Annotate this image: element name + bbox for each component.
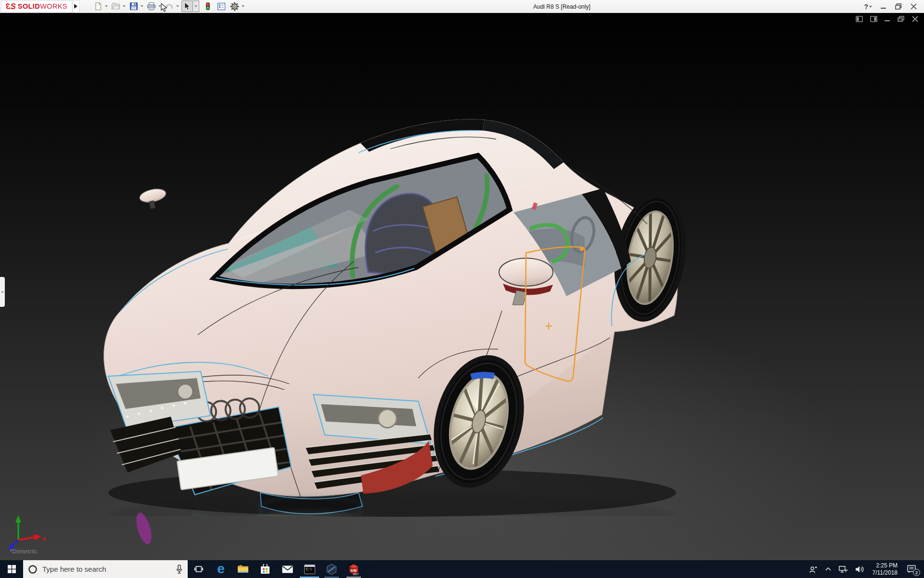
new-document-icon xyxy=(94,2,103,11)
file-properties-icon xyxy=(217,2,226,11)
people-button[interactable] xyxy=(806,560,821,578)
doc-restore-icon[interactable] xyxy=(898,16,905,22)
options-gear-icon xyxy=(230,2,239,11)
show-pane-left-icon[interactable] xyxy=(856,16,863,22)
select-tool-button[interactable] xyxy=(181,0,193,12)
open-button[interactable] xyxy=(110,0,122,12)
taskbar-search[interactable] xyxy=(23,560,188,578)
svg-text:X: X xyxy=(42,536,46,542)
clock-date: 7/11/2018 xyxy=(873,569,898,577)
print-icon xyxy=(147,2,156,11)
print-button[interactable] xyxy=(146,0,157,12)
close-button[interactable] xyxy=(906,0,921,13)
select-cursor-icon xyxy=(184,2,191,10)
file-properties-button[interactable] xyxy=(216,0,227,12)
tab-grip-icon xyxy=(1,291,3,293)
triad-x-axis: X xyxy=(18,534,46,542)
solidworks-2017-icon: SW 2017 xyxy=(347,563,360,576)
speaker-icon xyxy=(856,566,864,573)
left-mirror xyxy=(138,187,168,211)
options-dropdown-caret[interactable] xyxy=(242,5,244,7)
close-icon xyxy=(911,3,917,10)
car-body xyxy=(104,119,686,517)
action-center-button[interactable]: 2 xyxy=(902,560,921,578)
save-dropdown-caret[interactable] xyxy=(141,5,143,7)
network-icon xyxy=(839,566,848,573)
edge-icon: e xyxy=(217,562,225,576)
volume-button[interactable] xyxy=(852,560,868,578)
svg-text:2017: 2017 xyxy=(353,572,359,575)
people-icon xyxy=(809,565,818,573)
minimize-icon xyxy=(881,4,886,10)
store-icon xyxy=(260,564,270,574)
doc-minimize-icon[interactable] xyxy=(885,16,890,22)
doc-close-icon[interactable] xyxy=(912,16,918,22)
command-prompt-icon: C:\ xyxy=(304,565,315,574)
quick-access-toolbar xyxy=(92,0,247,12)
menu-expand-button[interactable] xyxy=(72,0,80,13)
task-view-button[interactable] xyxy=(188,560,210,578)
microphone-icon[interactable] xyxy=(176,565,183,574)
undo-dropdown-caret[interactable] xyxy=(176,5,179,7)
taskbar-clock[interactable]: 2:25 PM 7/11/2018 xyxy=(868,562,902,577)
left-intake xyxy=(110,417,181,473)
window-controls: ? xyxy=(860,0,921,13)
show-pane-right-icon[interactable] xyxy=(870,16,877,22)
windows-logo-icon xyxy=(8,565,16,573)
clock-time: 2:25 PM xyxy=(876,562,898,569)
new-document-button[interactable] xyxy=(92,0,104,12)
help-caret-icon xyxy=(869,6,872,8)
microsoft-store-button[interactable] xyxy=(254,560,276,578)
new-dropdown-caret[interactable] xyxy=(105,5,108,7)
view-orientation-label: *Dimetric xyxy=(10,548,37,555)
document-window-controls xyxy=(856,16,918,22)
rebuild-button[interactable] xyxy=(202,0,214,12)
file-explorer-button[interactable] xyxy=(232,560,254,578)
logo-text-works: WORKS xyxy=(40,2,67,10)
rebuild-traffic-light-icon xyxy=(205,2,211,11)
minimize-button[interactable] xyxy=(876,0,891,13)
command-prompt-button[interactable]: C:\ xyxy=(298,560,321,578)
options-button[interactable] xyxy=(229,0,241,12)
task-view-icon xyxy=(194,565,203,573)
restore-icon xyxy=(895,3,902,10)
floor-reflection xyxy=(104,493,686,559)
hexagon-app-button[interactable] xyxy=(321,560,343,578)
open-dropdown-caret[interactable] xyxy=(123,5,126,7)
file-explorer-icon xyxy=(237,565,249,574)
open-folder-icon xyxy=(111,2,120,11)
search-input[interactable] xyxy=(42,565,176,573)
network-button[interactable] xyxy=(835,560,852,578)
mail-button[interactable] xyxy=(276,560,298,578)
help-button[interactable]: ? xyxy=(860,0,876,13)
select-dropdown-caret[interactable] xyxy=(193,0,199,12)
restore-button[interactable] xyxy=(891,0,906,13)
start-button[interactable] xyxy=(0,560,23,578)
system-tray: 2:25 PM 7/11/2018 2 xyxy=(806,560,924,578)
graphics-area[interactable]: X Z *Dimetric xyxy=(0,13,924,560)
solidworks-logo-icon: 3S xyxy=(6,2,16,11)
document-title: Audi R8 S [Read-only] xyxy=(533,3,590,10)
mail-icon xyxy=(282,565,293,573)
title-bar: 3S SOLIDWORKS xyxy=(0,0,924,13)
feature-manager-tab[interactable] xyxy=(0,277,5,307)
logo-text-solid: SOLID xyxy=(18,2,40,10)
save-icon xyxy=(129,2,138,11)
expand-arrow-icon xyxy=(74,4,77,9)
hexagon-app-icon xyxy=(326,564,337,575)
windows-taskbar: e C:\ xyxy=(0,560,924,578)
edge-browser-button[interactable]: e xyxy=(210,560,232,578)
mouse-cursor xyxy=(160,3,167,12)
show-hidden-icons-button[interactable] xyxy=(821,560,835,578)
chevron-up-icon xyxy=(825,567,831,571)
cortana-icon xyxy=(28,565,38,574)
notification-badge: 2 xyxy=(913,569,920,576)
solidworks-2017-button[interactable]: SW 2017 xyxy=(343,560,365,578)
triad-y-axis xyxy=(15,515,21,540)
save-button[interactable] xyxy=(128,0,140,12)
car-3d-model[interactable] xyxy=(99,108,686,559)
solidworks-logo: 3S SOLIDWORKS xyxy=(1,0,72,13)
